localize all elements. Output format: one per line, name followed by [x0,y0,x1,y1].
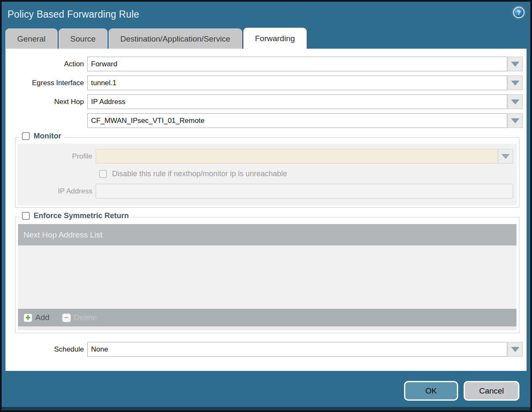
monitor-ip-address-input [96,184,513,198]
next-hop-address-row: CF_MWAN_IPsec_VTI_01_Remote [5,113,523,128]
chevron-down-icon [501,154,510,159]
monitor-ip-address-row: IP Address [18,184,513,198]
window-bottom-strip [2,407,530,410]
dialog-footer: OK Cancel [2,371,530,410]
action-select[interactable]: Forward [87,57,507,71]
tab-bar: General Source Destination/Application/S… [2,27,530,49]
chevron-down-icon [511,99,519,104]
tab-destination-application-service[interactable]: Destination/Application/Service [109,29,242,49]
profile-row: Profile [18,149,513,164]
tab-general[interactable]: General [5,29,57,49]
footer-buttons: OK Cancel [404,381,519,401]
schedule-row: Schedule None [5,342,523,357]
cancel-button-label: Cancel [479,386,504,396]
help-glyph: ? [517,9,521,16]
tab-label: Forwarding [255,34,295,43]
symmetric-return-legend-label: Enforce Symmetric Return [34,211,129,220]
tab-source[interactable]: Source [59,29,107,49]
egress-interface-row: Egress Interface tunnel.1 [5,76,523,90]
action-dropdown-button[interactable] [508,57,523,71]
next-hop-address-select[interactable]: CF_MWAN_IPsec_VTI_01_Remote [87,113,507,128]
disable-rule-checkbox [99,170,107,178]
ok-button-label: OK [425,386,437,396]
schedule-select[interactable]: None [87,342,507,357]
next-hop-row: Next Hop IP Address [5,94,523,109]
schedule-dropdown-button[interactable] [508,342,523,357]
delete-button: − Delete [62,313,97,322]
monitor-body: Profile Disable this rule if nexthop/mon… [18,143,517,205]
delete-minus-icon: − [62,313,71,322]
next-hop-address-value: CF_MWAN_IPsec_VTI_01_Remote [91,117,205,125]
monitor-checkbox[interactable] [22,132,30,140]
action-label: Action [5,60,87,68]
table-body-empty[interactable] [18,245,516,309]
next-hop-type-select[interactable]: IP Address [87,94,507,109]
titlebar: Policy Based Forwarding Rule ? [2,2,530,27]
action-value: Forward [91,60,117,68]
egress-interface-select[interactable]: tunnel.1 [87,76,507,90]
help-icon[interactable]: ? [513,7,524,18]
add-button[interactable]: ✚ Add [23,313,50,322]
monitor-legend: Monitor [19,132,64,141]
monitor-fieldset: Monitor Profile Disable this rule if nex… [15,137,519,208]
forwarding-tab-panel: Action Forward Egress Interface tunnel.1… [5,49,527,371]
egress-interface-dropdown-button[interactable] [508,76,523,90]
monitor-ip-address-label: IP Address [18,187,96,196]
table-bottom-strip [18,326,516,330]
action-row: Action Forward [5,57,523,71]
add-button-label: Add [35,313,50,322]
delete-button-label: Delete [74,313,97,322]
next-hop-address-list-table: Next Hop Address List ✚ Add − Delete [18,224,516,326]
dialog-title: Policy Based Forwarding Rule [2,9,139,20]
symmetric-return-legend: Enforce Symmetric Return [19,211,132,220]
schedule-label: Schedule [5,345,87,354]
symmetric-return-checkbox[interactable] [22,212,30,220]
next-hop-type-value: IP Address [91,98,125,106]
table-header-label: Next Hop Address List [23,230,102,240]
tab-forwarding[interactable]: Forwarding [243,28,307,49]
cancel-button[interactable]: Cancel [464,381,519,401]
tab-label: Source [70,34,96,44]
chevron-down-icon [511,118,519,123]
policy-based-forwarding-dialog: Policy Based Forwarding Rule ? General S… [2,2,530,410]
disable-rule-label: Disable this rule if nexthop/monitor ip … [112,169,287,178]
monitor-legend-label: Monitor [34,132,61,141]
table-column-header: Next Hop Address List [18,224,516,245]
tab-label: General [17,34,46,44]
tab-label: Destination/Application/Service [120,34,230,44]
ok-button[interactable]: OK [404,381,458,401]
profile-select [96,149,498,164]
profile-dropdown-button [498,149,513,164]
chevron-down-icon [511,347,519,352]
symmetric-return-fieldset: Enforce Symmetric Return Next Hop Addres… [15,217,519,333]
next-hop-type-dropdown-button[interactable] [508,94,523,109]
next-hop-label: Next Hop [5,98,87,106]
schedule-value: None [91,345,108,354]
chevron-down-icon [511,62,519,67]
disable-rule-row: Disable this rule if nexthop/monitor ip … [99,169,513,178]
chevron-down-icon [511,81,519,86]
table-footer: ✚ Add − Delete [18,309,516,326]
add-plus-icon: ✚ [23,313,32,322]
profile-label: Profile [18,152,96,161]
egress-interface-value: tunnel.1 [91,79,117,87]
next-hop-address-dropdown-button[interactable] [508,113,523,128]
egress-interface-label: Egress Interface [5,79,87,87]
